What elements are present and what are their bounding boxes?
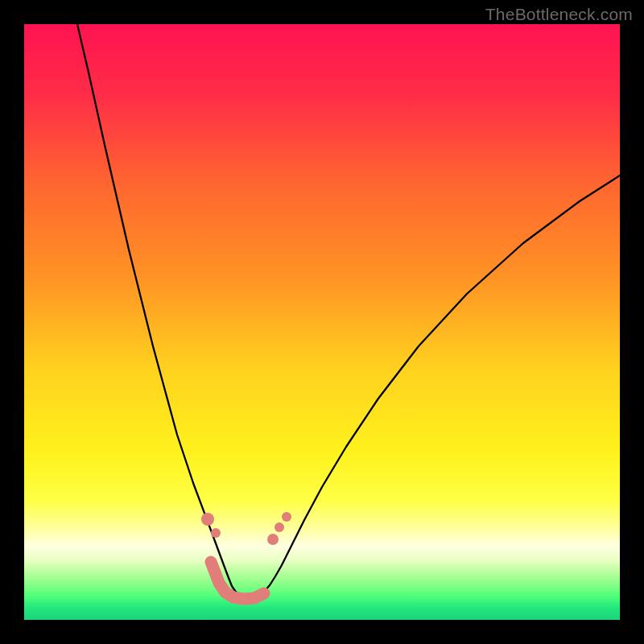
watermark-text: TheBottleneck.com [485,5,633,24]
marker-dot [201,513,214,526]
marker-dot [211,528,221,538]
marker-dot [267,534,279,545]
chart-svg [24,24,620,620]
gradient-background [24,24,620,620]
marker-dot [275,522,284,532]
marker-dot [282,512,291,522]
plot-area [24,24,620,620]
chart-frame: TheBottleneck.com [0,0,644,644]
